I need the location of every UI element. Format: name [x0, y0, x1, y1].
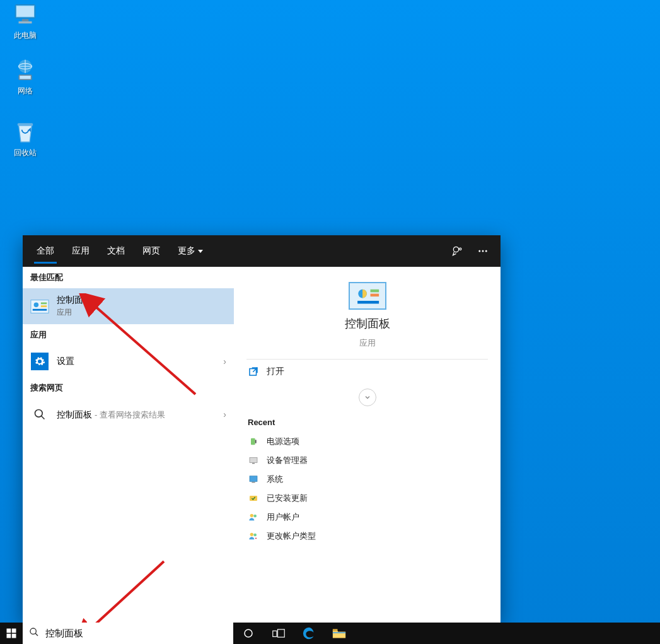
open-icon	[248, 366, 259, 377]
desktop-icon-recycle-bin[interactable]: 回收站	[1, 120, 49, 158]
svg-rect-51	[333, 632, 345, 633]
tab-web[interactable]: 网页	[134, 235, 169, 267]
desktop-icon-label: 此电脑	[14, 30, 37, 41]
desktop-icon-this-pc[interactable]: 此电脑	[1, 3, 49, 41]
recent-label: 已安装更新	[267, 493, 308, 504]
result-app-settings[interactable]: 设置 ›	[23, 346, 234, 377]
network-icon	[12, 58, 38, 83]
svg-rect-41	[7, 629, 11, 633]
svg-rect-32	[250, 496, 257, 501]
recent-item-installed-updates[interactable]: 已安装更新	[245, 489, 489, 508]
tab-documents[interactable]: 文档	[98, 235, 134, 267]
svg-point-45	[30, 628, 36, 634]
change-account-icon	[248, 530, 259, 542]
detail-title: 控制面板	[345, 316, 390, 331]
tab-label: 更多	[178, 245, 195, 257]
control-panel-icon	[30, 297, 49, 316]
desktop-icon-label: 网络	[18, 86, 33, 97]
svg-rect-17	[41, 302, 47, 304]
tab-more[interactable]: 更多	[169, 235, 212, 267]
result-best-match[interactable]: 控制面板 应用	[23, 288, 234, 324]
recent-item-system[interactable]: 系统	[245, 470, 489, 489]
svg-rect-50	[333, 629, 338, 631]
recent-item-user-accounts[interactable]: 用户帐户	[245, 508, 489, 527]
more-options-icon[interactable]	[470, 235, 495, 267]
expand-button[interactable]	[359, 389, 376, 406]
results-column: 最佳匹配 控制面板 应用 应用	[23, 267, 234, 623]
svg-rect-3	[19, 21, 32, 24]
windows-logo-icon	[6, 628, 17, 639]
recent-label: 电源选项	[267, 436, 299, 447]
desktop-icon-label: 回收站	[14, 148, 37, 158]
svg-point-11	[460, 248, 461, 250]
recent-label: 系统	[267, 474, 283, 485]
svg-rect-28	[250, 457, 257, 462]
action-label: 打开	[267, 366, 284, 377]
computer-icon	[12, 3, 38, 28]
file-explorer-button[interactable]	[324, 623, 354, 644]
taskbar	[0, 623, 660, 644]
svg-rect-31	[252, 482, 255, 483]
svg-point-47	[245, 629, 252, 637]
svg-line-21	[42, 416, 45, 419]
result-title: 设置	[57, 356, 216, 367]
svg-point-34	[253, 515, 257, 518]
recent-item-device-manager[interactable]: 设备管理器	[245, 451, 489, 470]
result-subtitle: 应用	[57, 307, 226, 318]
tab-all[interactable]: 全部	[28, 235, 63, 267]
feedback-icon[interactable]	[445, 235, 470, 267]
svg-rect-24	[370, 294, 379, 297]
svg-rect-2	[22, 19, 29, 21]
svg-point-13	[482, 250, 484, 252]
svg-rect-44	[12, 634, 16, 638]
chevron-right-icon: ›	[223, 356, 226, 366]
svg-rect-42	[12, 629, 16, 633]
section-apps: 应用	[23, 324, 234, 346]
svg-point-33	[250, 514, 253, 517]
tab-apps[interactable]: 应用	[63, 235, 98, 267]
cortana-button[interactable]	[233, 623, 263, 644]
chevron-right-icon: ›	[223, 409, 226, 419]
detail-column: 控制面板 应用 打开 Recent	[234, 267, 501, 623]
tab-label: 文档	[107, 245, 125, 257]
tab-label: 网页	[142, 245, 160, 257]
search-tabs: 全部 应用 文档 网页 更多	[23, 235, 501, 267]
svg-rect-19	[33, 308, 47, 310]
section-best-match: 最佳匹配	[23, 267, 234, 288]
svg-point-36	[253, 534, 257, 537]
svg-rect-49	[277, 629, 284, 637]
task-view-button[interactable]	[263, 623, 294, 644]
svg-rect-18	[41, 305, 47, 307]
svg-rect-27	[251, 438, 255, 445]
desktop-icon-network[interactable]: 网络	[1, 58, 49, 97]
svg-point-35	[250, 533, 253, 536]
recent-item-change-account-type[interactable]: 更改帐户类型	[245, 527, 489, 546]
recent-label: 用户帐户	[267, 512, 299, 523]
svg-line-46	[35, 633, 38, 636]
start-button[interactable]	[0, 623, 23, 644]
edge-button[interactable]	[294, 623, 324, 644]
power-icon	[248, 436, 259, 447]
action-open[interactable]: 打开	[245, 360, 489, 383]
tab-label: 全部	[37, 245, 54, 257]
svg-rect-8	[18, 123, 33, 126]
svg-rect-25	[357, 301, 379, 304]
control-panel-icon	[349, 282, 386, 310]
recent-label: 更改帐户类型	[267, 530, 316, 542]
search-input[interactable]	[45, 628, 227, 639]
system-icon	[248, 474, 259, 485]
chevron-down-icon	[198, 250, 203, 253]
user-accounts-icon	[248, 512, 259, 523]
recent-item-power-options[interactable]: 电源选项	[245, 432, 489, 451]
svg-point-16	[34, 302, 39, 307]
web-query: 控制面板	[57, 409, 92, 419]
detail-subtitle: 应用	[359, 337, 376, 349]
taskbar-search-box[interactable]	[23, 623, 233, 644]
svg-rect-23	[370, 290, 379, 293]
updates-icon	[248, 493, 259, 504]
svg-rect-29	[252, 463, 255, 464]
tab-label: 应用	[72, 245, 90, 257]
start-search-panel: 全部 应用 文档 网页 更多 最佳匹配	[23, 235, 501, 623]
result-web-search[interactable]: 控制面板- 查看网络搜索结果 ›	[23, 399, 234, 430]
settings-icon	[30, 352, 49, 371]
